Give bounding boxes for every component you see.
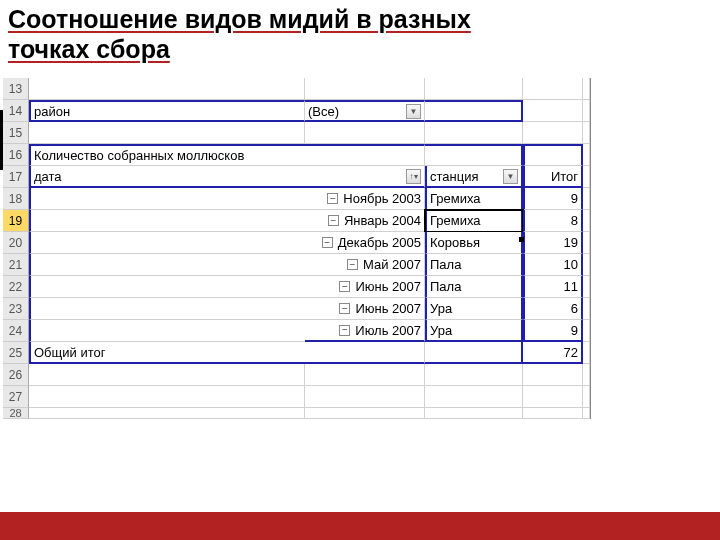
cell[interactable]: [425, 342, 523, 364]
pivot-row-field-header[interactable]: дата: [29, 166, 305, 188]
cell[interactable]: [29, 298, 305, 320]
row-number[interactable]: 21: [3, 254, 29, 276]
pivot-total-header[interactable]: Итог: [523, 166, 583, 188]
pivot-station-cell[interactable]: Ура: [425, 320, 523, 342]
cell[interactable]: [305, 386, 425, 408]
cell[interactable]: [523, 408, 583, 419]
cell[interactable]: [425, 122, 523, 144]
pivot-value-cell[interactable]: 8: [523, 210, 583, 232]
cell[interactable]: [583, 276, 590, 298]
cell[interactable]: [29, 78, 305, 100]
cell[interactable]: [583, 232, 590, 254]
row-number[interactable]: 26: [3, 364, 29, 386]
cell[interactable]: [29, 320, 305, 342]
pivot-value-cell[interactable]: 6: [523, 298, 583, 320]
pivot-date-cell[interactable]: − Июль 2007: [305, 320, 425, 342]
cell[interactable]: [425, 408, 523, 419]
grand-total-label[interactable]: Общий итог: [29, 342, 305, 364]
cell[interactable]: [583, 320, 590, 342]
row-number[interactable]: 22: [3, 276, 29, 298]
cell[interactable]: [583, 78, 590, 100]
cell[interactable]: [29, 276, 305, 298]
row-number[interactable]: 13: [3, 78, 29, 100]
pivot-col-field-header[interactable]: станция ▼: [425, 166, 523, 188]
cell[interactable]: [29, 364, 305, 386]
row-number[interactable]: 25: [3, 342, 29, 364]
pivot-value-cell[interactable]: 10: [523, 254, 583, 276]
cell[interactable]: [29, 122, 305, 144]
pivot-date-cell[interactable]: − Ноябрь 2003: [305, 188, 425, 210]
cell[interactable]: [29, 254, 305, 276]
row-number[interactable]: 14: [3, 100, 29, 122]
pivot-row-sort[interactable]: ↑▾: [305, 166, 425, 188]
pivot-value-cell[interactable]: 9: [523, 188, 583, 210]
cell[interactable]: [583, 188, 590, 210]
cell[interactable]: [583, 386, 590, 408]
cell[interactable]: [523, 78, 583, 100]
dropdown-icon[interactable]: ▼: [503, 169, 518, 184]
cell[interactable]: [425, 386, 523, 408]
row-number[interactable]: 16: [3, 144, 29, 166]
cell[interactable]: [523, 386, 583, 408]
pivot-date-cell[interactable]: − Июнь 2007: [305, 276, 425, 298]
cell[interactable]: [583, 122, 590, 144]
cell[interactable]: [305, 364, 425, 386]
collapse-icon[interactable]: −: [339, 281, 350, 292]
cell[interactable]: [583, 408, 590, 419]
cell[interactable]: [29, 188, 305, 210]
pivot-date-cell[interactable]: − Январь 2004: [305, 210, 425, 232]
collapse-icon[interactable]: −: [328, 215, 339, 226]
collapse-icon[interactable]: −: [327, 193, 338, 204]
row-number[interactable]: 17: [3, 166, 29, 188]
collapse-icon[interactable]: −: [339, 303, 350, 314]
cell[interactable]: [29, 210, 305, 232]
pivot-filter-field[interactable]: район: [29, 100, 305, 122]
pivot-date-cell[interactable]: − Май 2007: [305, 254, 425, 276]
cell[interactable]: [425, 78, 523, 100]
row-number[interactable]: 24: [3, 320, 29, 342]
row-number[interactable]: 27: [3, 386, 29, 408]
cell[interactable]: [425, 144, 523, 166]
pivot-station-cell[interactable]: Пала: [425, 254, 523, 276]
pivot-value-cell[interactable]: 19: [523, 232, 583, 254]
cell[interactable]: [523, 122, 583, 144]
cell[interactable]: [583, 210, 590, 232]
cell[interactable]: [583, 166, 590, 188]
grand-total-value[interactable]: 72: [523, 342, 583, 364]
pivot-station-cell[interactable]: Ура: [425, 298, 523, 320]
pivot-date-cell[interactable]: − Декабрь 2005: [305, 232, 425, 254]
row-number[interactable]: 23: [3, 298, 29, 320]
row-number[interactable]: 15: [3, 122, 29, 144]
collapse-icon[interactable]: −: [347, 259, 358, 270]
cell[interactable]: [305, 342, 425, 364]
pivot-date-cell[interactable]: − Июнь 2007: [305, 298, 425, 320]
pivot-station-cell[interactable]: Коровья: [425, 232, 523, 254]
cell[interactable]: [583, 364, 590, 386]
cell[interactable]: [29, 232, 305, 254]
collapse-icon[interactable]: −: [339, 325, 350, 336]
pivot-station-cell[interactable]: Гремиха: [425, 188, 523, 210]
cell[interactable]: [523, 100, 583, 122]
cell[interactable]: [305, 122, 425, 144]
collapse-icon[interactable]: −: [322, 237, 333, 248]
cell[interactable]: [425, 364, 523, 386]
cell[interactable]: [305, 78, 425, 100]
cell[interactable]: [523, 144, 583, 166]
pivot-filter-value[interactable]: (Все) ▼: [305, 100, 425, 122]
row-number[interactable]: 20: [3, 232, 29, 254]
cell[interactable]: [305, 144, 425, 166]
dropdown-icon[interactable]: ▼: [406, 104, 421, 119]
cell[interactable]: [583, 254, 590, 276]
pivot-value-cell[interactable]: 11: [523, 276, 583, 298]
sort-asc-icon[interactable]: ↑▾: [406, 169, 421, 184]
cell[interactable]: [583, 100, 590, 122]
fill-handle-icon[interactable]: [519, 237, 524, 242]
cell[interactable]: [523, 364, 583, 386]
pivot-station-cell[interactable]: Пала: [425, 276, 523, 298]
row-number[interactable]: 18: [3, 188, 29, 210]
cell[interactable]: [305, 408, 425, 419]
pivot-measure-label[interactable]: Количество собранных моллюсков: [29, 144, 305, 166]
cell[interactable]: [29, 386, 305, 408]
pivot-station-cell[interactable]: Гремиха: [425, 210, 523, 232]
pivot-value-cell[interactable]: 9: [523, 320, 583, 342]
